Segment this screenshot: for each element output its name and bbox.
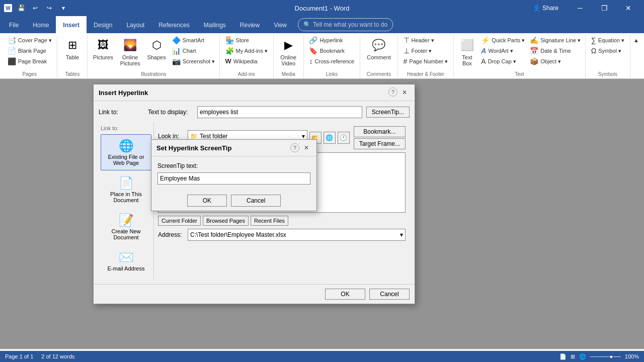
ribbon-right: Geetha Bhimireddy 👤 Share: [472, 0, 568, 16]
table-label: Table: [66, 54, 79, 60]
blank-page-button[interactable]: 📄Blank Page: [6, 46, 54, 56]
bookmark-button[interactable]: 🔖 Bookmark: [307, 46, 356, 56]
customize-button[interactable]: ▾: [57, 2, 69, 14]
save-button[interactable]: 💾: [15, 2, 27, 14]
sidebar-item-place-document[interactable]: 📄 Place in This Document: [101, 171, 151, 208]
redo-button[interactable]: ↪: [43, 2, 55, 14]
dialog-sidebar: Link to: 🌐 Existing File or Web Page 📄 P…: [99, 122, 154, 279]
sidebar-item-email[interactable]: ✉️ E-mail Address: [101, 246, 151, 276]
sidebar-item-create-new[interactable]: 📝 Create New Document: [101, 209, 151, 245]
equation-button[interactable]: ∑ Equation ▾: [589, 35, 626, 45]
text-to-display-input[interactable]: [197, 106, 362, 118]
links-group-items: 🔗 Hyperlink 🔖 Bookmark ↕ Cross-reference: [307, 35, 356, 70]
view-web-icon[interactable]: 🌐: [579, 353, 586, 360]
date-time-button[interactable]: 📅 Date & Time: [528, 46, 583, 56]
minimize-button[interactable]: ─: [569, 0, 592, 16]
addins-column: 🏪 Store 🧩 My Add-ins ▾ W Wikipedia: [223, 35, 270, 66]
text-column: ⚡ Quick Parts ▾ A WordArt ▾ A Drop Cap ▾: [479, 35, 527, 66]
object-button[interactable]: 📦 Object ▾: [528, 56, 583, 66]
footer-button[interactable]: ⊥ Footer ▾: [401, 46, 450, 56]
view-layout-icon[interactable]: ⊞: [571, 353, 575, 360]
link-to-label: Link to:: [99, 109, 144, 116]
recent-files-nav-button[interactable]: Recent Files: [251, 216, 288, 226]
tab-insert[interactable]: Insert: [56, 16, 87, 33]
tab-layout[interactable]: Layout: [119, 16, 151, 33]
browse-web-button[interactable]: 🌐: [324, 132, 336, 144]
pictures-button[interactable]: 🖼 Pictures: [90, 35, 116, 62]
online-pictures-button[interactable]: 🌄 OnlinePictures: [117, 35, 143, 68]
hyperlink-ok-button[interactable]: OK: [325, 289, 365, 300]
tables-group-label: Tables: [65, 70, 80, 78]
tab-references[interactable]: References: [151, 16, 196, 33]
zoom-slider[interactable]: ─────●──: [590, 353, 621, 359]
hyperlink-button[interactable]: 🔗 Hyperlink: [307, 35, 356, 45]
screentip-help-button[interactable]: ?: [290, 143, 299, 152]
status-bar: Page 1 of 1 2 of 12 words 📄 ⊞ 🌐 ─────●──…: [0, 351, 644, 362]
quick-parts-button[interactable]: ⚡ Quick Parts ▾: [479, 35, 527, 45]
recent-files-button[interactable]: 🕐: [338, 132, 350, 144]
my-addins-button[interactable]: 🧩 My Add-ins ▾: [223, 46, 270, 56]
wordart-button[interactable]: A WordArt ▾: [479, 46, 527, 56]
screentip-text-input[interactable]: [157, 172, 310, 185]
drop-cap-button[interactable]: A Drop Cap ▾: [479, 56, 527, 66]
text-group-items: ⬜ TextBox ⚡ Quick Parts ▾ A WordArt ▾ A …: [456, 35, 583, 70]
header-button[interactable]: ⊤ Header ▾: [401, 35, 450, 45]
tab-file[interactable]: File: [2, 16, 26, 33]
address-select[interactable]: C:\Test folder\Employee Master.xlsx ▾: [188, 229, 406, 241]
symbol-button[interactable]: Ω Symbol ▾: [589, 46, 626, 56]
sidebar-item-existing-file[interactable]: 🌐 Existing File or Web Page: [101, 134, 151, 170]
smartart-button[interactable]: 🔷 SmartArt: [170, 35, 217, 45]
tab-view[interactable]: View: [267, 16, 294, 33]
word-count: 2 of 12 words: [41, 353, 74, 359]
restore-button[interactable]: ❐: [593, 0, 616, 16]
insert-hyperlink-title-bar: Insert Hyperlink ? ✕: [94, 84, 415, 101]
screentip-button[interactable]: ScreenTip...: [366, 107, 410, 118]
screenshot-button[interactable]: 📷 Screenshot ▾: [170, 56, 217, 66]
create-new-icon: 📝: [119, 213, 134, 227]
screentip-body: ScreenTip text:: [151, 156, 316, 191]
cover-page-button[interactable]: 📑Cover Page ▾: [6, 35, 54, 45]
screentip-close-button[interactable]: ✕: [301, 143, 311, 153]
text-box-label: TextBox: [462, 54, 472, 66]
addins-group-items: 🏪 Store 🧩 My Add-ins ▾ W Wikipedia: [223, 35, 270, 70]
dialog-close-button[interactable]: ✕: [399, 87, 410, 98]
page-number-button[interactable]: # Page Number ▾: [401, 56, 450, 66]
tab-mailings[interactable]: Mailings: [197, 16, 233, 33]
view-normal-icon[interactable]: 📄: [559, 353, 567, 360]
text-display-row: Link to: Text to display: ScreenTip...: [99, 106, 410, 118]
tab-design[interactable]: Design: [87, 16, 119, 33]
ribbon-collapse-button[interactable]: ▲: [631, 36, 641, 44]
bookmark-button-dialog[interactable]: Bookmark...: [354, 126, 406, 137]
tab-review[interactable]: Review: [233, 16, 267, 33]
cross-reference-button[interactable]: ↕ Cross-reference: [307, 56, 356, 66]
shapes-button[interactable]: ⬡ Shapes: [144, 35, 169, 62]
undo-button[interactable]: ↩: [29, 2, 41, 14]
page-break-button[interactable]: ⬛Page Break: [6, 56, 54, 66]
target-frame-button[interactable]: Target Frame...: [354, 138, 406, 149]
browsed-pages-button[interactable]: Browsed Pages: [203, 216, 249, 226]
wikipedia-button[interactable]: W Wikipedia: [223, 56, 270, 66]
comment-button[interactable]: 💬 Comment: [364, 35, 394, 62]
help-button[interactable]: ?: [388, 87, 397, 97]
chart-button[interactable]: 📊 Chart: [170, 46, 217, 56]
ribbon: File Home Insert Design Layout Reference…: [0, 16, 644, 79]
tab-home[interactable]: Home: [26, 16, 56, 33]
store-button[interactable]: 🏪 Store: [223, 35, 270, 45]
user-name[interactable]: Geetha Bhimireddy: [472, 5, 524, 12]
insert-hyperlink-title: Insert Hyperlink: [99, 89, 148, 97]
table-button[interactable]: ⊞ Table: [61, 35, 84, 62]
share-icon: 👤: [533, 5, 540, 12]
text-box-button[interactable]: ⬜ TextBox: [456, 35, 478, 68]
screentip-ok-button[interactable]: OK: [187, 195, 227, 207]
screentip-title-bar: Set Hyperlink ScreenTip ? ✕: [151, 140, 316, 156]
screentip-cancel-button[interactable]: Cancel: [231, 195, 281, 207]
share-button[interactable]: 👤 Share: [528, 3, 564, 13]
text-group-label: Text: [515, 70, 524, 78]
tell-me-input[interactable]: 🔍 Tell me what you want to do: [298, 18, 393, 31]
online-video-button[interactable]: ▶ OnlineVideo: [277, 35, 299, 68]
close-button[interactable]: ✕: [617, 0, 640, 16]
online-pictures-label: OnlinePictures: [120, 54, 140, 66]
hyperlink-cancel-button[interactable]: Cancel: [369, 289, 410, 300]
current-folder-button[interactable]: Current Folder: [158, 216, 201, 226]
signature-line-button[interactable]: ✍ Signature Line ▾: [528, 35, 583, 45]
